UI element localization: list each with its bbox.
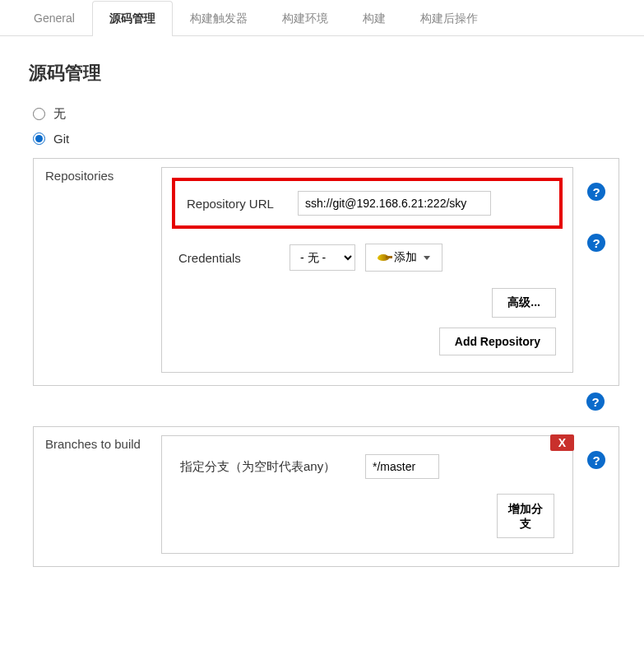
- help-icon[interactable]: ?: [587, 451, 605, 469]
- caret-down-icon: [424, 256, 430, 260]
- add-credentials-label: 添加: [394, 250, 417, 265]
- key-icon: [378, 254, 389, 261]
- credentials-label: Credentials: [178, 251, 290, 265]
- radio-git-label: Git: [53, 132, 69, 146]
- tab-env[interactable]: 构建环境: [265, 1, 345, 36]
- branch-spec-input[interactable]: [365, 454, 439, 479]
- tab-triggers[interactable]: 构建触发器: [173, 1, 265, 36]
- radio-none[interactable]: [33, 108, 45, 120]
- tab-scm[interactable]: 源码管理: [92, 1, 173, 36]
- radio-git[interactable]: [33, 132, 45, 145]
- add-branch-button[interactable]: 增加分支: [497, 494, 554, 538]
- url-highlight-box: Repository URL: [172, 178, 563, 229]
- repo-url-label: Repository URL: [187, 197, 298, 211]
- add-credentials-button[interactable]: 添加: [365, 244, 442, 272]
- branches-label: Branches to build: [34, 427, 161, 461]
- remove-branch-button[interactable]: X: [550, 434, 574, 451]
- add-repository-button[interactable]: Add Repository: [439, 328, 556, 355]
- tab-post[interactable]: 构建后操作: [403, 1, 495, 36]
- radio-none-label: 无: [53, 106, 66, 122]
- repo-url-input[interactable]: [298, 191, 491, 216]
- help-icon[interactable]: ?: [586, 393, 605, 411]
- help-icon[interactable]: ?: [587, 234, 605, 252]
- section-title: 源码管理: [29, 61, 619, 86]
- advanced-button[interactable]: 高级...: [492, 288, 556, 318]
- branch-spec-label: 指定分支（为空时代表any）: [180, 459, 365, 475]
- tab-general[interactable]: General: [16, 1, 92, 36]
- help-icon[interactable]: ?: [587, 183, 605, 201]
- repositories-label: Repositories: [34, 159, 161, 193]
- tab-build[interactable]: 构建: [345, 1, 403, 36]
- credentials-select[interactable]: - 无 -: [290, 244, 355, 271]
